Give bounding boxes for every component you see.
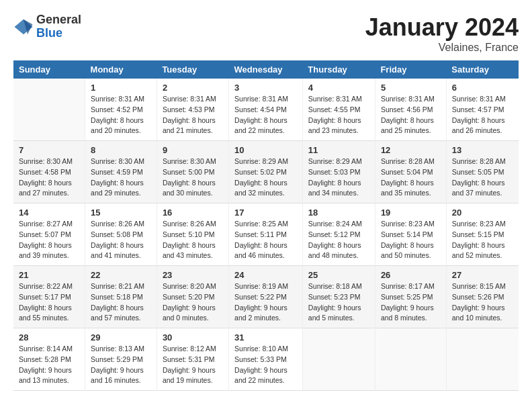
day-number: 11 [308, 145, 369, 155]
calendar-cell: 12Sunrise: 8:28 AM Sunset: 5:04 PM Dayli… [375, 141, 446, 203]
day-info: Sunrise: 8:10 AM Sunset: 5:33 PM Dayligh… [234, 344, 297, 386]
calendar-week-row: 7Sunrise: 8:30 AM Sunset: 4:58 PM Daylig… [13, 141, 519, 203]
day-number: 1 [91, 83, 151, 93]
calendar-week-row: 1Sunrise: 8:31 AM Sunset: 4:52 PM Daylig… [13, 79, 519, 141]
day-number: 30 [163, 332, 223, 342]
calendar-cell [13, 79, 85, 141]
day-number: 19 [381, 208, 441, 218]
calendar-cell: 30Sunrise: 8:12 AM Sunset: 5:31 PM Dayli… [157, 328, 228, 391]
day-number: 24 [234, 270, 297, 280]
day-info: Sunrise: 8:15 AM Sunset: 5:26 PM Dayligh… [452, 281, 513, 324]
calendar-cell: 23Sunrise: 8:20 AM Sunset: 5:20 PM Dayli… [157, 266, 228, 328]
calendar-cell: 8Sunrise: 8:30 AM Sunset: 4:59 PM Daylig… [85, 141, 157, 203]
calendar-cell: 16Sunrise: 8:26 AM Sunset: 5:10 PM Dayli… [157, 203, 228, 266]
day-info: Sunrise: 8:13 AM Sunset: 5:29 PM Dayligh… [91, 344, 151, 386]
day-number: 4 [308, 83, 369, 93]
day-number: 7 [19, 145, 79, 155]
calendar-cell: 10Sunrise: 8:29 AM Sunset: 5:02 PM Dayli… [229, 141, 303, 203]
day-info: Sunrise: 8:18 AM Sunset: 5:23 PM Dayligh… [308, 281, 369, 324]
logo-blue: Blue [36, 27, 81, 40]
header: General Blue January 2024 Velaines, Fran… [13, 13, 519, 54]
day-info: Sunrise: 8:30 AM Sunset: 4:59 PM Dayligh… [91, 156, 151, 199]
day-info: Sunrise: 8:31 AM Sunset: 4:52 PM Dayligh… [91, 94, 151, 136]
column-header-saturday: Saturday [446, 60, 519, 79]
calendar-cell [302, 328, 375, 391]
column-header-tuesday: Tuesday [157, 60, 228, 79]
calendar-cell: 6Sunrise: 8:31 AM Sunset: 4:57 PM Daylig… [446, 79, 519, 141]
calendar-cell: 18Sunrise: 8:24 AM Sunset: 5:12 PM Dayli… [302, 203, 375, 266]
day-info: Sunrise: 8:26 AM Sunset: 5:08 PM Dayligh… [91, 219, 151, 261]
calendar-week-row: 14Sunrise: 8:27 AM Sunset: 5:07 PM Dayli… [13, 203, 519, 266]
logo-text: General Blue [36, 13, 81, 40]
day-info: Sunrise: 8:21 AM Sunset: 5:18 PM Dayligh… [91, 281, 151, 324]
day-info: Sunrise: 8:25 AM Sunset: 5:11 PM Dayligh… [234, 219, 297, 261]
calendar-table: SundayMondayTuesdayWednesdayThursdayFrid… [13, 60, 519, 391]
day-info: Sunrise: 8:31 AM Sunset: 4:54 PM Dayligh… [234, 94, 297, 136]
day-info: Sunrise: 8:29 AM Sunset: 5:03 PM Dayligh… [308, 156, 369, 199]
logo: General Blue [13, 13, 81, 40]
day-number: 2 [163, 83, 223, 93]
day-info: Sunrise: 8:29 AM Sunset: 5:02 PM Dayligh… [234, 156, 297, 199]
day-number: 31 [234, 332, 297, 342]
day-info: Sunrise: 8:30 AM Sunset: 5:00 PM Dayligh… [163, 156, 223, 199]
column-header-thursday: Thursday [302, 60, 375, 79]
calendar-header-row: SundayMondayTuesdayWednesdayThursdayFrid… [13, 60, 519, 79]
day-number: 16 [163, 208, 223, 218]
day-info: Sunrise: 8:28 AM Sunset: 5:05 PM Dayligh… [452, 156, 513, 199]
column-header-friday: Friday [375, 60, 446, 79]
title-area: January 2024 Velaines, France [365, 13, 519, 54]
day-info: Sunrise: 8:17 AM Sunset: 5:25 PM Dayligh… [381, 281, 441, 324]
day-info: Sunrise: 8:31 AM Sunset: 4:56 PM Dayligh… [381, 94, 441, 136]
day-number: 22 [91, 270, 151, 280]
day-number: 12 [381, 145, 441, 155]
day-info: Sunrise: 8:23 AM Sunset: 5:14 PM Dayligh… [381, 219, 441, 261]
day-number: 26 [381, 270, 441, 280]
day-info: Sunrise: 8:14 AM Sunset: 5:28 PM Dayligh… [19, 344, 79, 386]
day-number: 6 [452, 83, 513, 93]
day-info: Sunrise: 8:19 AM Sunset: 5:22 PM Dayligh… [234, 281, 297, 324]
column-header-wednesday: Wednesday [229, 60, 303, 79]
day-number: 15 [91, 208, 151, 218]
day-number: 27 [452, 270, 513, 280]
calendar-cell: 28Sunrise: 8:14 AM Sunset: 5:28 PM Dayli… [13, 328, 85, 391]
calendar-cell: 31Sunrise: 8:10 AM Sunset: 5:33 PM Dayli… [229, 328, 303, 391]
calendar-cell: 4Sunrise: 8:31 AM Sunset: 4:55 PM Daylig… [302, 79, 375, 141]
day-number: 13 [452, 145, 513, 155]
logo-general: General [36, 13, 81, 27]
day-number: 14 [19, 208, 79, 218]
day-number: 28 [19, 332, 79, 342]
calendar-cell: 3Sunrise: 8:31 AM Sunset: 4:54 PM Daylig… [229, 79, 303, 141]
column-header-sunday: Sunday [13, 60, 85, 79]
calendar-cell: 15Sunrise: 8:26 AM Sunset: 5:08 PM Dayli… [85, 203, 157, 266]
day-number: 25 [308, 270, 369, 280]
day-number: 9 [163, 145, 223, 155]
day-number: 8 [91, 145, 151, 155]
day-number: 29 [91, 332, 151, 342]
calendar-cell: 20Sunrise: 8:23 AM Sunset: 5:15 PM Dayli… [446, 203, 519, 266]
calendar-cell: 1Sunrise: 8:31 AM Sunset: 4:52 PM Daylig… [85, 79, 157, 141]
day-info: Sunrise: 8:22 AM Sunset: 5:17 PM Dayligh… [19, 281, 79, 324]
calendar-cell: 29Sunrise: 8:13 AM Sunset: 5:29 PM Dayli… [85, 328, 157, 391]
calendar-week-row: 21Sunrise: 8:22 AM Sunset: 5:17 PM Dayli… [13, 266, 519, 328]
calendar-cell: 5Sunrise: 8:31 AM Sunset: 4:56 PM Daylig… [375, 79, 446, 141]
calendar-cell [446, 328, 519, 391]
day-info: Sunrise: 8:31 AM Sunset: 4:57 PM Dayligh… [452, 94, 513, 136]
day-info: Sunrise: 8:27 AM Sunset: 5:07 PM Dayligh… [19, 219, 79, 261]
calendar-cell: 25Sunrise: 8:18 AM Sunset: 5:23 PM Dayli… [302, 266, 375, 328]
calendar-week-row: 28Sunrise: 8:14 AM Sunset: 5:28 PM Dayli… [13, 328, 519, 391]
calendar-cell: 27Sunrise: 8:15 AM Sunset: 5:26 PM Dayli… [446, 266, 519, 328]
calendar-cell: 14Sunrise: 8:27 AM Sunset: 5:07 PM Dayli… [13, 203, 85, 266]
calendar-cell: 2Sunrise: 8:31 AM Sunset: 4:53 PM Daylig… [157, 79, 228, 141]
calendar-cell: 13Sunrise: 8:28 AM Sunset: 5:05 PM Dayli… [446, 141, 519, 203]
logo-icon [13, 17, 34, 37]
calendar-cell: 24Sunrise: 8:19 AM Sunset: 5:22 PM Dayli… [229, 266, 303, 328]
day-info: Sunrise: 8:31 AM Sunset: 4:53 PM Dayligh… [163, 94, 223, 136]
calendar-cell: 22Sunrise: 8:21 AM Sunset: 5:18 PM Dayli… [85, 266, 157, 328]
location-title: Velaines, France [365, 42, 519, 54]
calendar-cell: 26Sunrise: 8:17 AM Sunset: 5:25 PM Dayli… [375, 266, 446, 328]
day-info: Sunrise: 8:30 AM Sunset: 4:58 PM Dayligh… [19, 156, 79, 199]
calendar-cell: 9Sunrise: 8:30 AM Sunset: 5:00 PM Daylig… [157, 141, 228, 203]
day-number: 18 [308, 208, 369, 218]
day-info: Sunrise: 8:23 AM Sunset: 5:15 PM Dayligh… [452, 219, 513, 261]
day-number: 5 [381, 83, 441, 93]
